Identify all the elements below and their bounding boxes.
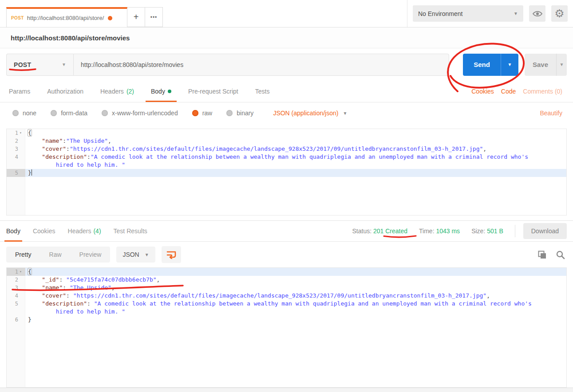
code-link[interactable]: Code — [501, 88, 516, 95]
radio-label: form-data — [61, 110, 87, 117]
radio-binary[interactable]: binary — [226, 110, 253, 117]
open-request-tab[interactable]: POST http://localhost:8080/api/store/ — [6, 7, 127, 27]
copy-response-button[interactable] — [537, 250, 547, 259]
environment-select[interactable]: No Environment ▼ — [413, 5, 523, 22]
method-select[interactable]: POST ▼ — [6, 54, 73, 76]
comments-link[interactable]: Comments (0) — [523, 88, 562, 95]
radio-label: binary — [237, 110, 253, 117]
headers-count-badge: (4) — [93, 227, 101, 235]
chevron-down-icon: ▼ — [343, 111, 347, 116]
time-value: 1043 ms — [436, 227, 460, 235]
radio-icon — [51, 110, 57, 116]
tab-method-label: POST — [11, 16, 24, 20]
tab-headers[interactable]: Headers (2) — [100, 81, 134, 102]
response-tab-test-results[interactable]: Test Results — [114, 221, 147, 242]
save-button[interactable]: Save — [525, 54, 556, 76]
response-tab-cookies[interactable]: Cookies — [33, 221, 55, 242]
body-content-dot — [168, 90, 171, 93]
code-line[interactable]: 3 "name": "The Upside", — [7, 284, 566, 292]
tab-label: Body — [6, 227, 20, 235]
request-title: http://localhost:8080/api/store/movies — [11, 34, 130, 42]
tab-authorization[interactable]: Authorization — [47, 81, 83, 102]
line-number — [7, 308, 25, 316]
radio-x-www-form-urlencoded[interactable]: x-www-form-urlencoded — [102, 110, 178, 117]
response-format-select[interactable]: JSON ▼ — [116, 247, 155, 263]
tab-label: Headers — [68, 227, 91, 235]
line-number: 1▾ — [7, 129, 25, 137]
request-title-bar: http://localhost:8080/api/store/movies — [0, 27, 573, 48]
tab-label: Params — [9, 88, 30, 95]
send-button[interactable]: Send — [463, 54, 501, 76]
header-bar: POST http://localhost:8080/api/store/ + … — [0, 0, 573, 27]
radio-label: x-www-form-urlencoded — [112, 110, 178, 117]
download-button[interactable]: Download — [523, 223, 567, 239]
divider — [515, 225, 515, 237]
tab-body[interactable]: Body — [151, 81, 171, 102]
response-tab-headers[interactable]: Headers (4) — [68, 221, 101, 242]
status-pair: Status: 201 Created — [352, 227, 408, 235]
unsaved-changes-dot — [108, 16, 112, 20]
send-split-button: Send ▼ — [463, 54, 518, 76]
code-line[interactable]: 3 "cover":"https://cdn1.thr.com/sites/de… — [7, 145, 566, 153]
line-number: 5 — [7, 169, 25, 177]
view-preview[interactable]: Preview — [71, 247, 111, 263]
bottom-scrollbar-strip[interactable] — [0, 388, 573, 392]
content-type-select[interactable]: JSON (application/json) ▼ — [273, 110, 347, 117]
beautify-link[interactable]: Beautify — [540, 110, 562, 117]
wrap-lines-icon — [166, 250, 176, 259]
cookies-link[interactable]: Cookies — [471, 88, 494, 95]
tab-pre-request-script[interactable]: Pre-request Script — [188, 81, 238, 102]
code-line[interactable]: 6} — [7, 316, 566, 324]
radio-none[interactable]: none — [12, 110, 36, 117]
code-line[interactable]: 4 "cover": "https://cdn1.thr.com/sites/d… — [7, 292, 566, 300]
wrap-lines-button[interactable] — [162, 246, 181, 263]
chevron-down-icon: ▼ — [145, 252, 149, 257]
request-builder: POST ▼ Send ▼ Save ▼ — [0, 48, 573, 81]
copy-icon — [537, 250, 547, 259]
response-tab-body[interactable]: Body — [6, 221, 20, 242]
code-line[interactable]: 2 "name":"The Upside", — [7, 137, 566, 145]
code-line[interactable]: 5 "description": "A comedic look at the … — [7, 300, 566, 308]
tab-params[interactable]: Params — [9, 81, 30, 102]
code-line[interactable]: 2 "_id": "5c4e715fa74c07dbbb6ecb7b", — [7, 276, 566, 284]
tab-tests[interactable]: Tests — [255, 81, 270, 102]
environment-quicklook-button[interactable] — [529, 5, 545, 22]
save-split-button: Save ▼ — [525, 54, 567, 76]
send-options-button[interactable]: ▼ — [501, 54, 518, 76]
tab-label: Pre-request Script — [188, 88, 238, 95]
code-line[interactable]: 1▾{ — [7, 129, 566, 137]
response-body-editor[interactable]: 1▾{2 "_id": "5c4e715fa74c07dbbb6ecb7b",3… — [6, 267, 567, 388]
size-pair: Size: 501 B — [471, 227, 503, 235]
more-tabs-button[interactable]: ••• — [145, 7, 163, 27]
code-line[interactable]: 4 "description":"A comedic look at the r… — [7, 153, 566, 161]
code-line[interactable]: 1▾{ — [7, 268, 566, 276]
tab-label: Headers — [100, 88, 124, 95]
radio-icon — [102, 110, 108, 116]
radio-form-data[interactable]: form-data — [51, 110, 87, 117]
method-value: POST — [14, 61, 31, 68]
postman-app: POST http://localhost:8080/api/store/ + … — [0, 0, 573, 392]
request-tabs-bar: POST http://localhost:8080/api/store/ + … — [0, 0, 407, 27]
search-response-button[interactable] — [556, 250, 565, 259]
request-body-editor[interactable]: 1▾{2 "name":"The Upside",3 "cover":"http… — [6, 129, 567, 216]
status-value: 201 Created — [373, 227, 407, 235]
size-value: 501 B — [487, 227, 503, 235]
eye-icon — [532, 10, 543, 18]
view-raw[interactable]: Raw — [40, 247, 71, 263]
line-number — [7, 161, 25, 169]
line-number: 2 — [7, 276, 25, 284]
settings-button[interactable]: ⚙ — [551, 5, 568, 22]
new-tab-button[interactable]: + — [127, 7, 145, 27]
line-number: 3 — [7, 145, 25, 153]
radio-raw[interactable]: raw — [192, 110, 213, 117]
save-options-button[interactable]: ▼ — [556, 54, 567, 76]
url-input[interactable] — [73, 54, 449, 76]
time-pair: Time: 1043 ms — [419, 227, 460, 235]
radio-label: raw — [202, 110, 213, 117]
code-line[interactable]: hired to help him. " — [7, 308, 566, 316]
code-line[interactable]: 5} — [7, 169, 566, 177]
code-line[interactable]: hired to help him. " — [7, 161, 566, 169]
line-number: 3 — [7, 284, 25, 292]
view-pretty[interactable]: Pretty — [6, 247, 40, 263]
tab-label: Tests — [255, 88, 270, 95]
